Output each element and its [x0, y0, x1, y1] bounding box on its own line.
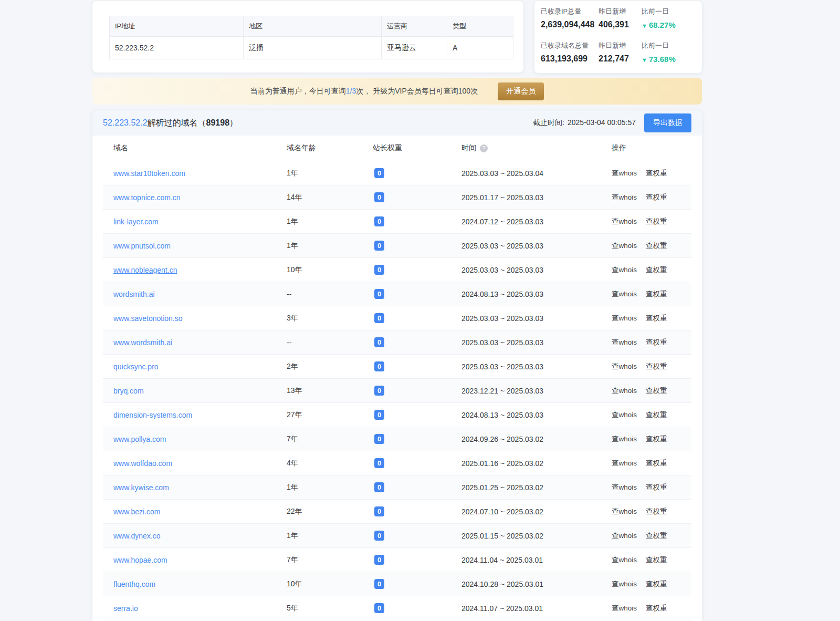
domain-table-header: 域名 域名年龄 站长权重 时间? 操作 [103, 136, 691, 161]
domain-link[interactable]: www.dynex.co [113, 532, 160, 540]
weight-badge[interactable]: 0 [374, 337, 384, 347]
domain-link[interactable]: www.pnutsol.com [113, 242, 171, 250]
domain-link[interactable]: www.bezi.com [113, 508, 160, 516]
deadline-value: 2025-03-04 00:05:57 [568, 118, 636, 127]
check-whois-link[interactable]: 查whois [612, 289, 637, 299]
weight-badge[interactable]: 0 [374, 313, 384, 323]
domain-link[interactable]: www.kywise.com [113, 483, 169, 492]
check-whois-link[interactable]: 查whois [612, 434, 637, 444]
weight-badge[interactable]: 0 [374, 482, 384, 492]
check-weight-link[interactable]: 查权重 [646, 314, 667, 323]
resolve-time-range: 2024.07.12 ~ 2025.03.03 [461, 218, 612, 226]
weight-badge[interactable]: 0 [374, 506, 384, 516]
weight-badge[interactable]: 0 [374, 216, 384, 226]
check-weight-link[interactable]: 查权重 [646, 169, 667, 178]
export-data-button[interactable]: 导出数据 [644, 113, 691, 132]
table-row: www.wolfdao.com 4年 0 2025.01.16 ~ 2025.0… [103, 451, 691, 475]
domain-link[interactable]: wordsmith.ai [113, 290, 155, 298]
time-help-icon[interactable]: ? [480, 144, 488, 152]
check-whois-link[interactable]: 查whois [612, 459, 637, 468]
weight-badge[interactable]: 0 [374, 241, 384, 251]
check-weight-link[interactable]: 查权重 [646, 362, 667, 371]
domain-link[interactable]: quicksync.pro [113, 363, 159, 371]
domain-age: 5年 [287, 604, 373, 613]
stat-cmp-ip-value: ▼68.27% [642, 20, 702, 29]
check-whois-link[interactable]: 查whois [612, 193, 637, 202]
table-row: www.pnutsol.com 1年 0 2025.03.03 ~ 2025.0… [103, 234, 691, 258]
resolve-time-range: 2025.01.25 ~ 2025.03.02 [461, 483, 612, 492]
weight-badge[interactable]: 0 [374, 410, 384, 420]
check-whois-link[interactable]: 查whois [612, 531, 637, 541]
domain-link[interactable]: www.savetonotion.so [113, 314, 183, 323]
weight-badge[interactable]: 0 [374, 361, 384, 371]
check-whois-link[interactable]: 查whois [612, 410, 637, 420]
check-weight-link[interactable]: 查权重 [646, 579, 667, 589]
check-weight-link[interactable]: 查权重 [646, 217, 667, 226]
check-weight-link[interactable]: 查权重 [646, 555, 667, 565]
table-row: serra.io 5年 0 2024.11.07 ~ 2025.03.01 查w… [103, 596, 691, 620]
check-weight-link[interactable]: 查权重 [646, 241, 667, 251]
check-weight-link[interactable]: 查权重 [646, 386, 667, 396]
check-whois-link[interactable]: 查whois [612, 386, 637, 396]
check-weight-link[interactable]: 查权重 [646, 193, 667, 202]
weight-badge[interactable]: 0 [374, 386, 384, 396]
domain-link[interactable]: serra.io [113, 604, 138, 613]
domain-link[interactable]: bryq.com [113, 387, 144, 395]
stat-new-ip-label: 昨日新增 [598, 7, 642, 16]
domain-link[interactable]: www.wolfdao.com [113, 459, 172, 468]
col-header-operations: 操作 [612, 143, 691, 153]
domain-list-card: 52.223.52.2解析过的域名（89198） 截止时间:2025-03-04… [92, 110, 702, 621]
weight-badge[interactable]: 0 [374, 555, 384, 565]
ip-address-value: 52.223.52.2 [110, 37, 244, 59]
check-weight-link[interactable]: 查权重 [646, 483, 667, 492]
weight-badge[interactable]: 0 [374, 458, 384, 468]
check-whois-link[interactable]: 查whois [612, 483, 637, 492]
domain-link[interactable]: www.topnice.com.cn [113, 193, 181, 202]
domain-link[interactable]: fluenthq.com [113, 580, 155, 588]
check-whois-link[interactable]: 查whois [612, 579, 637, 589]
check-whois-link[interactable]: 查whois [612, 555, 637, 565]
check-whois-link[interactable]: 查whois [612, 265, 637, 275]
weight-badge[interactable]: 0 [374, 579, 384, 589]
check-whois-link[interactable]: 查whois [612, 217, 637, 226]
check-weight-link[interactable]: 查权重 [646, 410, 667, 420]
check-weight-link[interactable]: 查权重 [646, 289, 667, 299]
weight-badge[interactable]: 0 [374, 265, 384, 275]
domain-age: 27年 [287, 410, 373, 420]
check-whois-link[interactable]: 查whois [612, 169, 637, 178]
check-whois-link[interactable]: 查whois [612, 507, 637, 516]
domain-link[interactable]: www.star10token.com [113, 169, 185, 178]
check-weight-link[interactable]: 查权重 [646, 531, 667, 541]
check-whois-link[interactable]: 查whois [612, 604, 637, 613]
domain-age: 10年 [287, 579, 373, 589]
resolve-time-range: 2025.03.03 ~ 2025.03.03 [461, 338, 612, 347]
domain-link[interactable]: www.pollya.com [113, 435, 166, 443]
weight-badge[interactable]: 0 [374, 531, 384, 541]
check-weight-link[interactable]: 查权重 [646, 338, 667, 347]
domain-link[interactable]: www.wordsmith.ai [113, 338, 172, 347]
weight-badge[interactable]: 0 [374, 168, 384, 178]
check-whois-link[interactable]: 查whois [612, 241, 637, 251]
check-weight-link[interactable]: 查权重 [646, 507, 667, 516]
check-whois-link[interactable]: 查whois [612, 362, 637, 371]
weight-badge[interactable]: 0 [374, 603, 384, 613]
check-weight-link[interactable]: 查权重 [646, 604, 667, 613]
domain-link[interactable]: www.nobleagent.cn [113, 266, 177, 274]
check-weight-link[interactable]: 查权重 [646, 265, 667, 275]
domain-link[interactable]: dimension-systems.com [113, 411, 192, 419]
check-whois-link[interactable]: 查whois [612, 338, 637, 347]
weight-badge[interactable]: 0 [374, 192, 384, 202]
check-weight-link[interactable]: 查权重 [646, 434, 667, 444]
table-row: bryq.com 13年 0 2023.12.21 ~ 2025.03.03 查… [103, 379, 691, 403]
domain-link[interactable]: www.hopae.com [113, 556, 167, 564]
weight-badge[interactable]: 0 [374, 289, 384, 299]
ip-info-table: IP地址 地区 运营商 类型 52.223.52.2 泛播 亚马逊云 A [109, 16, 513, 59]
check-weight-link[interactable]: 查权重 [646, 459, 667, 468]
weight-badge[interactable]: 0 [374, 434, 384, 444]
title-ip-link[interactable]: 52.223.52.2 [103, 118, 148, 127]
domain-age: 1年 [287, 217, 373, 226]
check-whois-link[interactable]: 查whois [612, 314, 637, 323]
open-vip-button[interactable]: 开通会员 [498, 82, 544, 100]
domain-link[interactable]: link-layer.com [113, 218, 159, 226]
domain-age: -- [287, 290, 373, 298]
